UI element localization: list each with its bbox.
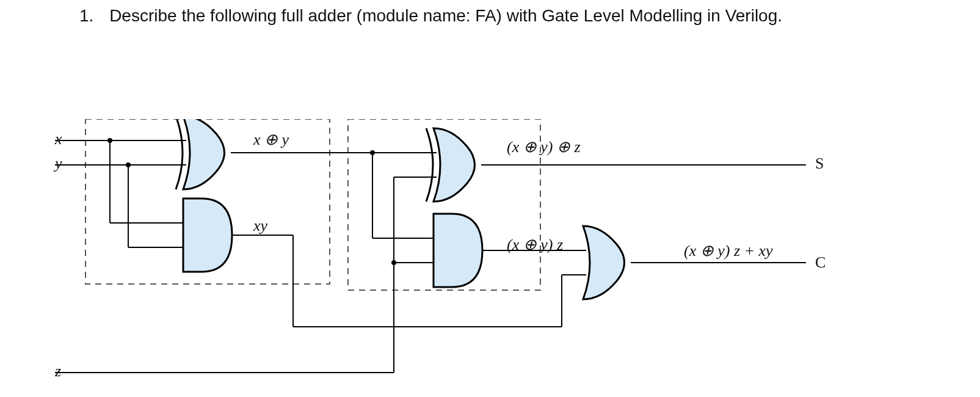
label-or1-out: (x ⊕ y) z + xy: [684, 241, 773, 260]
label-and2-out: (x ⊕ y) z: [507, 235, 563, 254]
full-adder-diagram: x y z x ⊕ y xy (x ⊕ y) ⊕ z (x ⊕ y) z (x …: [55, 119, 849, 382]
label-s: S: [815, 155, 824, 173]
label-x: x: [55, 130, 62, 148]
xor-gate-1: [176, 119, 225, 189]
label-z: z: [55, 362, 61, 381]
label-y: y: [55, 155, 62, 173]
xor-gate-2: [426, 128, 475, 202]
question-number: 1.: [79, 6, 93, 26]
question-text: Describe the following full adder (modul…: [109, 6, 782, 25]
and-gate-2: [434, 214, 482, 287]
or-gate-1: [583, 226, 625, 299]
label-xor1-out: x ⊕ y: [253, 130, 289, 149]
and-gate-1: [183, 198, 232, 272]
label-and1-out: xy: [253, 217, 267, 235]
question-row: 1. Describe the following full adder (mo…: [79, 6, 782, 26]
label-c: C: [815, 253, 826, 272]
label-xor2-out: (x ⊕ y) ⊕ z: [507, 137, 581, 156]
